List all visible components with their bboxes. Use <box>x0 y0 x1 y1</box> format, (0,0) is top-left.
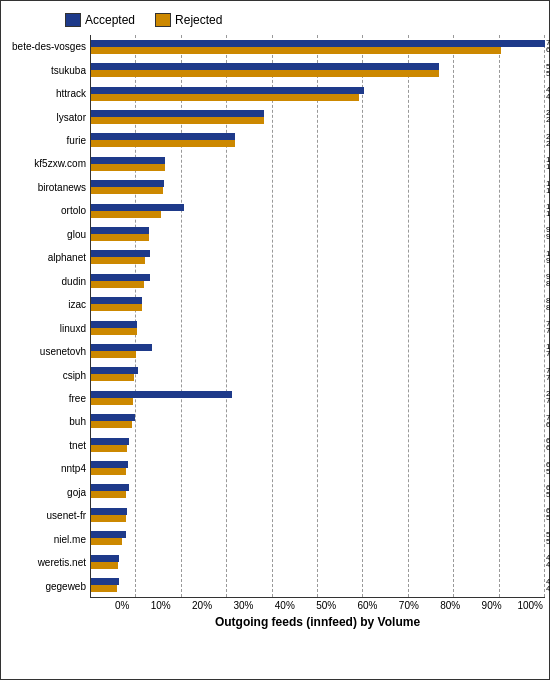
x-tick: 30% <box>214 600 255 611</box>
legend-accepted-box <box>65 13 81 27</box>
rejected-bar-label: 906339 <box>545 257 550 265</box>
rejected-bar: 778855 <box>91 328 137 335</box>
y-label: bete-des-vosges <box>5 38 86 56</box>
rejected-bar: 764839 <box>91 351 136 358</box>
accepted-bar: 463883 <box>91 555 119 562</box>
bars-and-grid: 7653045690966558721165872116459783945142… <box>90 35 545 598</box>
bar-row: 739831696390 <box>91 412 545 430</box>
bar-row: 463883462282 <box>91 553 545 571</box>
bar-row: 24322162422721 <box>91 131 545 149</box>
y-label: buh <box>5 413 86 431</box>
accepted-bar: 607031 <box>91 508 127 515</box>
legend: Accepted Rejected <box>5 9 545 35</box>
rejected-bar: 731378 <box>91 374 134 381</box>
rejected-bar: 2422721 <box>91 140 235 147</box>
accepted-bar: 1225745 <box>91 180 164 187</box>
y-label: usenet-fr <box>5 507 86 525</box>
y-labels: bete-des-vosgestsukubahttracklysatorfuri… <box>5 35 90 598</box>
x-tick: 40% <box>255 600 296 611</box>
accepted-bar: 739831 <box>91 414 135 421</box>
accepted-bar: 2915797 <box>91 110 264 117</box>
rejected-bar-label: 894115 <box>545 280 550 288</box>
rejected-bar: 5872116 <box>91 70 439 77</box>
rejected-bar-label: 696390 <box>545 421 550 429</box>
x-tick: 10% <box>131 600 172 611</box>
y-label: linuxd <box>5 319 86 337</box>
accepted-bar: 619897 <box>91 461 128 468</box>
accepted-bar: 985305 <box>91 227 149 234</box>
accepted-bar: 5872116 <box>91 63 439 70</box>
bar-row: 15686111173376 <box>91 202 545 220</box>
rejected-bar-label: 710070 <box>545 397 550 405</box>
accepted-bar: 642734 <box>91 484 129 491</box>
bar-row: 45978394514274 <box>91 85 545 103</box>
rejected-bar-label: 2422721 <box>545 140 550 148</box>
bar-row: 778855778855 <box>91 319 545 337</box>
accepted-bar: 865465 <box>91 297 142 304</box>
rejected-bar-label: 865465 <box>545 304 550 312</box>
rejected-bar: 696390 <box>91 421 132 428</box>
rejected-bar-label: 1253875 <box>545 163 550 171</box>
rejected-bar-label: 731378 <box>545 374 550 382</box>
y-label: csiph <box>5 366 86 384</box>
accepted-bar: 634647 <box>91 438 129 445</box>
rejected-bar: 976135 <box>91 234 149 241</box>
legend-rejected-label: Rejected <box>175 13 222 27</box>
x-tick: 0% <box>90 600 131 611</box>
rejected-bar-label: 1173376 <box>545 210 550 218</box>
bar-row: 29157972915797 <box>91 108 545 126</box>
accepted-bar: 594367 <box>91 531 126 538</box>
rejected-bar: 1253875 <box>91 164 165 171</box>
bar-row: 999053894115 <box>91 272 545 290</box>
bar-row: 474857445863 <box>91 576 545 594</box>
bar-row: 2383557710070 <box>91 389 545 407</box>
bar-row: 12257451214440 <box>91 178 545 196</box>
bar-row: 1027959764839 <box>91 342 545 360</box>
x-tick: 100% <box>504 600 545 611</box>
rejected-bar: 595133 <box>91 515 126 522</box>
bar-row: 58721165872116 <box>91 61 545 79</box>
rejected-bar: 6909665 <box>91 47 501 54</box>
accepted-bar: 4597839 <box>91 87 364 94</box>
bar-row: 12538751253875 <box>91 155 545 173</box>
bars-section: bete-des-vosgestsukubahttracklysatorfuri… <box>5 35 545 598</box>
y-label: tnet <box>5 436 86 454</box>
rejected-bar: 462282 <box>91 562 118 569</box>
rejected-bar: 445863 <box>91 585 117 592</box>
bar-row: 607031595133 <box>91 506 545 524</box>
y-label: free <box>5 390 86 408</box>
accepted-bar: 474857 <box>91 578 119 585</box>
y-label: dudin <box>5 272 86 290</box>
y-label: tsukuba <box>5 61 86 79</box>
bar-row: 76530456909665 <box>91 38 545 56</box>
rejected-bar: 604717 <box>91 445 127 452</box>
y-label: furie <box>5 132 86 150</box>
accepted-bar: 2383557 <box>91 391 232 398</box>
y-label: goja <box>5 483 86 501</box>
rejected-bar: 596324 <box>91 491 126 498</box>
x-tick: 90% <box>462 600 503 611</box>
bar-row: 1001469906339 <box>91 248 545 266</box>
y-label: niel.me <box>5 530 86 548</box>
rejected-bar-label: 445863 <box>545 585 550 593</box>
y-label: nntp4 <box>5 460 86 478</box>
y-label: lysator <box>5 108 86 126</box>
bar-row: 594367530042 <box>91 529 545 547</box>
accepted-bar: 778855 <box>91 321 137 328</box>
bar-row: 619897598319 <box>91 459 545 477</box>
rejected-bar-label: 595133 <box>545 514 550 522</box>
rejected-bar: 530042 <box>91 538 122 545</box>
rejected-bar: 2915797 <box>91 117 264 124</box>
legend-rejected-box <box>155 13 171 27</box>
x-tick: 80% <box>421 600 462 611</box>
bars-rows: 7653045690966558721165872116459783945142… <box>91 35 545 597</box>
y-label: ortolo <box>5 202 86 220</box>
rejected-bar-label: 530042 <box>545 538 550 546</box>
y-label: usenetovh <box>5 343 86 361</box>
accepted-bar: 1568611 <box>91 204 184 211</box>
accepted-bar: 2432216 <box>91 133 235 140</box>
x-tick: 60% <box>338 600 379 611</box>
rejected-bar: 4514274 <box>91 94 359 101</box>
y-label: weretis.net <box>5 554 86 572</box>
x-axis-title: Outgoing feeds (innfeed) by Volume <box>90 615 545 629</box>
